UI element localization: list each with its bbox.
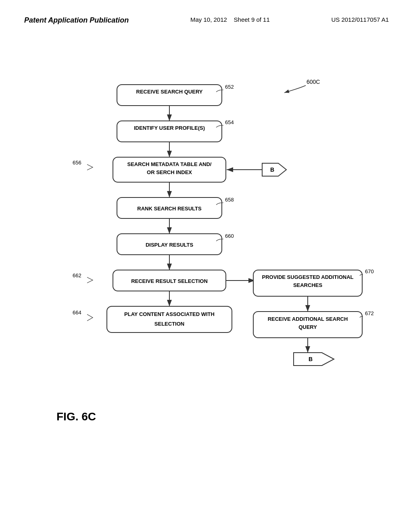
label-664-line2: SELECTION [154, 321, 184, 327]
ref-656: 656 [73, 160, 81, 166]
ref-664-bracket [87, 314, 93, 321]
label-654: IDENTIFY USER PROFILE(S) [134, 125, 205, 131]
box-664 [107, 306, 232, 332]
label-664-line1: PLAY CONTENT ASSOCIATED WITH [124, 311, 215, 317]
connector-B-out-label: B [309, 356, 313, 362]
label-670-line1: PROVIDE SUGGESTED ADDITIONAL [262, 274, 353, 280]
ref-660: 660 [225, 233, 234, 239]
header-publication-type: Patent Application Publication [24, 16, 129, 25]
connector-B-out [294, 353, 334, 366]
ref-652: 652 [225, 84, 234, 90]
label-660: DISPLAY RESULTS [146, 242, 194, 248]
figure-label: FIG. 6C [56, 410, 96, 423]
ref-672: 672 [365, 310, 374, 316]
600c-arrow [284, 85, 306, 93]
page: Patent Application Publication May 10, 2… [0, 0, 413, 532]
header-patent-number: US 2012/0117057 A1 [331, 16, 389, 23]
label-656-line2: OR SERCH INDEX [147, 169, 192, 175]
header-date-sheet: May 10, 2012 Sheet 9 of 11 [190, 16, 270, 23]
ref-654: 654 [225, 119, 234, 125]
ref-600c: 600C [307, 79, 320, 85]
label-672-line2: QUERY [298, 324, 317, 330]
connector-B-in-label: B [270, 166, 274, 173]
ref-662-bracket [87, 277, 93, 283]
ref-670: 670 [365, 268, 374, 274]
ref-662: 662 [73, 272, 81, 278]
header: Patent Application Publication May 10, 2… [0, 16, 413, 25]
label-670-line2: SEARCHES [293, 282, 323, 288]
box-652 [117, 85, 222, 106]
box-654 [117, 121, 222, 142]
label-662: RECEIVE RESULT SELECTION [131, 278, 208, 284]
label-658: RANK SEARCH RESULTS [137, 206, 202, 212]
ref-656-bracket [87, 164, 93, 170]
ref-658: 658 [225, 197, 234, 203]
label-652: RECEIVE SEARCH QUERY [136, 89, 203, 95]
label-656-line1: SEARCH METADATA TABLE AND/ [127, 161, 212, 167]
label-672-line1: RECEIVE ADDITIONAL SEARCH [268, 316, 348, 322]
ref-664: 664 [73, 310, 81, 316]
flowchart-diagram: 600C RECEIVE SEARCH QUERY 652 IDENTIFY U… [32, 64, 379, 427]
